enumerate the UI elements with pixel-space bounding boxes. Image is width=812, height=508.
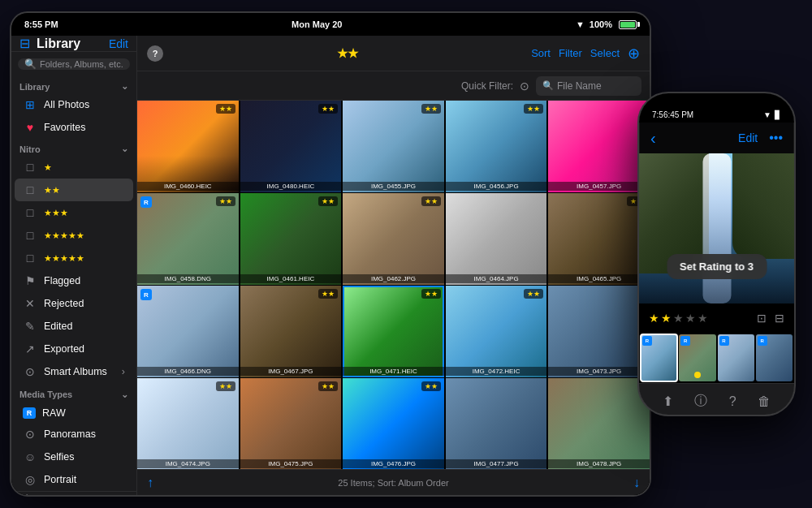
help-button[interactable]: ? (729, 394, 736, 409)
rating-popup[interactable]: Set Rating to 3 (667, 254, 767, 279)
list-item[interactable]: R (641, 334, 677, 381)
more-button[interactable]: ⊕ (628, 45, 640, 62)
table-row[interactable]: ★★ IMG_0462.JPG (343, 193, 444, 285)
sidebar-item-smart-albums[interactable]: ⊙ Smart Albums › (15, 360, 133, 383)
phone: 7:56:45 PM ▼ ▊ ‹ Edit ••• Set Rating to … (637, 92, 796, 416)
sidebar-item-all-photos[interactable]: ⊞ All Photos (15, 93, 133, 116)
table-row[interactable]: ★★ IMG_0474.JPG (137, 378, 239, 469)
star-1[interactable]: ★ (649, 312, 659, 325)
table-row[interactable]: R IMG_0466.DNG (137, 286, 239, 377)
phone-image-area[interactable]: Set Rating to 3 (639, 153, 794, 304)
list-item[interactable]: R (718, 334, 754, 381)
photo-rating-badge: ★★ (421, 381, 441, 391)
sidebar-item-star1[interactable]: □ ★ (15, 156, 133, 179)
back-button[interactable]: ‹ (650, 129, 656, 148)
crop-icon[interactable]: ⊡ (757, 312, 767, 325)
sidebar-search[interactable]: 🔍 Folders, Albums, etc. (18, 58, 130, 70)
table-row[interactable]: ★★ IMG_0460.HEIC (137, 101, 239, 192)
sidebar-item-raw[interactable]: R RAW (15, 403, 133, 423)
sidebar-item-star4[interactable]: □ ★★★★★ (15, 224, 133, 247)
phone-battery-icon: ▊ (775, 110, 781, 119)
sidebar-item-panoramas[interactable]: ⊙ Panoramas (15, 423, 133, 446)
list-item[interactable]: R (756, 334, 793, 381)
sidebar-item-star5[interactable]: □ ★★★★★ (15, 247, 133, 269)
sidebar-item-star2[interactable]: □ ★★ (15, 179, 133, 201)
table-row[interactable]: ★★ IMG_0480.HEIC (240, 101, 342, 192)
sidebar-item-label: Favorites (44, 122, 85, 133)
folder-icon[interactable]: 🗂 (114, 493, 127, 497)
star-2[interactable]: ★ (661, 312, 672, 325)
sidebar-item-star3[interactable]: □ ★★★ (15, 201, 133, 224)
grid-icon: ⊞ (23, 97, 37, 112)
table-row[interactable]: ★★ IMG_0476.JPG (343, 378, 444, 469)
table-row[interactable]: ★★ IMG_0467.JPG (240, 286, 342, 377)
help-button[interactable]: ? (147, 45, 163, 62)
table-row[interactable]: IMG_0477.JPG (446, 378, 547, 469)
table-row[interactable]: IMG_0473.JPG (548, 286, 650, 377)
sidebar-item-label: Edited (44, 321, 72, 332)
filter-button[interactable]: Filter (559, 47, 582, 59)
portrait-icon: ◎ (23, 472, 37, 487)
trash-button[interactable]: 🗑 (758, 394, 771, 409)
album-icon: □ (23, 205, 37, 220)
table-row[interactable]: ★★ R IMG_0458.DNG (137, 193, 239, 285)
sidebar-item-rejected[interactable]: ✕ Rejected (15, 292, 133, 315)
photo-rating-badge: ★★ (421, 104, 441, 114)
sidebar-item-label: RAW (42, 407, 66, 419)
sidebar-item-exported[interactable]: ↗ Exported (15, 338, 133, 360)
photo-rating-badge: ★★ (216, 381, 235, 391)
quick-filter-bar: Quick Filter: ⊙ 🔍 File Name (137, 71, 650, 101)
battery-fill (620, 22, 635, 28)
sidebar-item-label: Exported (44, 343, 84, 355)
sidebar-item-selfies[interactable]: ☺ Selfies (15, 446, 133, 468)
filter-icon[interactable]: ⊙ (520, 80, 529, 93)
info-button[interactable]: ⓘ (694, 393, 707, 410)
sidebar-toggle-icon[interactable]: ⊟ (19, 36, 30, 51)
table-row[interactable]: ★★ IMG_0456.JPG (446, 101, 547, 192)
sidebar-item-edited[interactable]: ✎ Edited (15, 315, 133, 338)
phone-edit-button[interactable]: Edit (738, 131, 758, 144)
table-row[interactable]: ★★ IMG_0471.HEIC (343, 286, 444, 377)
phone-notch (685, 93, 749, 111)
sidebar-title: Library (37, 37, 102, 51)
star-5[interactable]: ★ (698, 312, 708, 325)
chevron-down-icon[interactable]: ⌄ (121, 144, 128, 154)
list-item[interactable]: R (679, 334, 715, 381)
photo-filename: IMG_0478.JPG (548, 459, 650, 468)
chevron-down-icon[interactable]: ⌄ (121, 390, 128, 400)
sidebar-item-portrait[interactable]: ◎ Portrait (15, 468, 133, 491)
table-row[interactable]: ★★ IMG_0461.HEIC (240, 193, 342, 285)
download-icon[interactable]: ↓ (633, 476, 640, 490)
settings-icon[interactable]: ⚙ (21, 492, 32, 497)
quick-filter-input[interactable]: 🔍 File Name (536, 76, 641, 96)
phone-time: 7:56:45 PM (652, 110, 693, 119)
scene: 8:55 PM Mon May 20 ▼ 100% ⊟ Library Edit (0, 0, 812, 508)
sidebar-item-label: Flagged (44, 275, 80, 286)
tablet-status-bar: 8:55 PM Mon May 20 ▼ 100% (11, 13, 650, 36)
sort-button[interactable]: Sort (531, 47, 551, 59)
table-row[interactable]: ★★ IMG_0465.JPG (548, 193, 650, 285)
sidebar-bottom: ⚙ 🗂 (11, 491, 136, 497)
phone-more-button[interactable]: ••• (769, 131, 783, 145)
table-row[interactable]: IMG_0478.JPG (548, 378, 650, 469)
table-row[interactable]: ★★ IMG_0475.JPG (240, 378, 342, 469)
quick-filter-placeholder: File Name (557, 80, 602, 92)
toolbar-right: Sort Filter Select ⊕ (531, 45, 640, 62)
star-3[interactable]: ★ (673, 312, 684, 325)
album-icon: □ (23, 183, 37, 197)
star-4[interactable]: ★ (685, 312, 696, 325)
sidebar-edit-button[interactable]: Edit (109, 37, 128, 50)
share-icon[interactable]: ⊟ (775, 312, 784, 325)
table-row[interactable]: IMG_0457.JPG (548, 101, 650, 192)
table-row[interactable]: IMG_0464.JPG (446, 193, 547, 285)
table-row[interactable]: ★★ IMG_0472.HEIC (446, 286, 547, 377)
sidebar-item-favorites[interactable]: ♥ Favorites (15, 116, 133, 139)
waterfall-decoration (702, 153, 731, 304)
photo-filename: IMG_0477.JPG (446, 459, 547, 468)
select-button[interactable]: Select (590, 47, 620, 59)
upload-icon[interactable]: ↑ (147, 476, 153, 490)
share-button[interactable]: ⬆ (663, 394, 673, 409)
sidebar-item-flagged[interactable]: ⚑ Flagged (15, 269, 133, 292)
table-row[interactable]: ★★ IMG_0455.JPG (343, 101, 444, 192)
chevron-down-icon[interactable]: ⌄ (121, 81, 128, 92)
